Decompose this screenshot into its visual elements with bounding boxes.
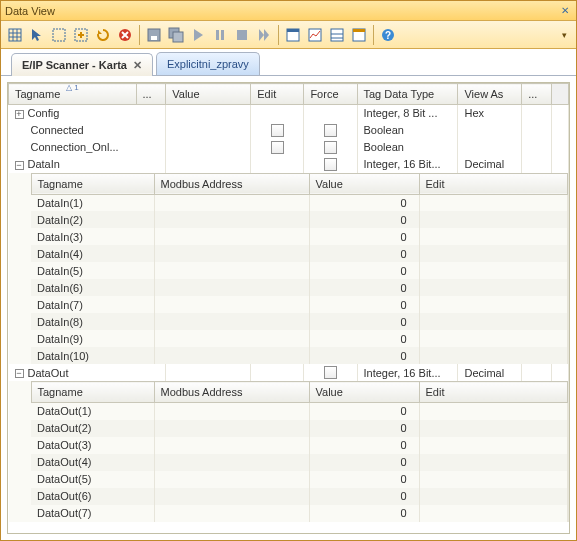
cell-tagname: DataOut(7)	[31, 505, 154, 522]
help-icon[interactable]: ?	[378, 25, 398, 45]
table-row[interactable]: DataIn(8)0	[31, 313, 568, 330]
cell-modbus	[154, 296, 309, 313]
table-row[interactable]: DataOut(5)0	[31, 471, 568, 488]
cell-tagname: DataOut(1)	[31, 403, 154, 420]
svg-rect-22	[353, 29, 365, 32]
subcol-edit[interactable]: Edit	[419, 382, 568, 403]
save-icon[interactable]	[144, 25, 164, 45]
cell-tagname: DataIn(10)	[31, 347, 154, 364]
expand-icon[interactable]: +	[15, 110, 24, 119]
svg-rect-12	[216, 30, 219, 40]
table-row[interactable]: DataIn(3)0	[31, 228, 568, 245]
subcol-tagname[interactable]: Tagname	[31, 382, 154, 403]
cell-tagname: DataIn	[28, 158, 60, 170]
cell-modbus	[154, 262, 309, 279]
subcol-edit[interactable]: Edit	[419, 173, 568, 194]
cell-edit	[419, 211, 568, 228]
cell-edit	[419, 330, 568, 347]
cell-tagname: DataIn(6)	[31, 279, 154, 296]
tab-label: Explicitni_zpravy	[167, 58, 249, 70]
table2-icon[interactable]	[327, 25, 347, 45]
pause-icon[interactable]	[210, 25, 230, 45]
table-row[interactable]: DataIn(9)0	[31, 330, 568, 347]
cell-tagname: DataIn(8)	[31, 313, 154, 330]
cell-value: 0	[309, 471, 419, 488]
subcol-value[interactable]: Value	[309, 173, 419, 194]
row-datain[interactable]: −DataIn Integer, 16 Bit... Decimal	[9, 156, 569, 173]
cell-tagname: DataOut(4)	[31, 454, 154, 471]
insert-icon[interactable]	[71, 25, 91, 45]
window-icon[interactable]	[349, 25, 369, 45]
col-viewas[interactable]: View As	[458, 84, 522, 105]
col-dots[interactable]: ...	[136, 84, 166, 105]
cell-tagname: DataIn(7)	[31, 296, 154, 313]
table-row[interactable]: DataOut(6)0	[31, 488, 568, 505]
table-row[interactable]: DataOut(4)0	[31, 454, 568, 471]
edit-checkbox[interactable]	[271, 124, 284, 137]
force-checkbox[interactable]	[324, 124, 337, 137]
cell-modbus	[154, 454, 309, 471]
collapse-icon[interactable]: −	[15, 369, 24, 378]
row-config[interactable]: +Config Integer, 8 Bit ... Hex	[9, 105, 569, 122]
grid-panel[interactable]: △ 1Tagname ... Value Edit Force Tag Data…	[7, 82, 570, 534]
table-row[interactable]: DataIn(10)0	[31, 347, 568, 364]
table-row[interactable]: DataIn(2)0	[31, 211, 568, 228]
row-connected[interactable]: Connected Boolean	[9, 122, 569, 139]
select-rect-icon[interactable]	[49, 25, 69, 45]
col-tagname[interactable]: △ 1Tagname	[9, 84, 137, 105]
col-edit[interactable]: Edit	[251, 84, 304, 105]
cell-tagname: DataOut(6)	[31, 488, 154, 505]
grid-icon[interactable]	[5, 25, 25, 45]
col-force[interactable]: Force	[304, 84, 357, 105]
subcol-value[interactable]: Value	[309, 382, 419, 403]
tab-close-icon[interactable]: ✕	[133, 59, 142, 72]
subcol-tagname[interactable]: Tagname	[31, 173, 154, 194]
cell-modbus	[154, 245, 309, 262]
cell-edit	[419, 296, 568, 313]
row-connection-onl[interactable]: Connection_Onl... Boolean	[9, 139, 569, 156]
cell-edit	[419, 262, 568, 279]
col-dots2[interactable]: ...	[522, 84, 552, 105]
cell-value: 0	[309, 279, 419, 296]
table-row[interactable]: DataIn(4)0	[31, 245, 568, 262]
subcol-modbus[interactable]: Modbus Address	[154, 382, 309, 403]
svg-rect-11	[173, 32, 183, 42]
col-datatype[interactable]: Tag Data Type	[357, 84, 458, 105]
cell-datatype: Boolean	[357, 122, 458, 139]
force-checkbox[interactable]	[324, 366, 337, 379]
tab-explicitni[interactable]: Explicitni_zpravy	[156, 52, 260, 75]
table-row[interactable]: DataOut(3)0	[31, 437, 568, 454]
skip-icon[interactable]	[254, 25, 274, 45]
table1-icon[interactable]	[283, 25, 303, 45]
tab-label: E/IP Scanner - Karta	[22, 59, 127, 71]
save-all-icon[interactable]	[166, 25, 186, 45]
subcol-modbus[interactable]: Modbus Address	[154, 173, 309, 194]
toolbar: ? ▾	[1, 21, 576, 49]
delete-icon[interactable]	[115, 25, 135, 45]
table-row[interactable]: DataOut(7)0	[31, 505, 568, 522]
record-icon[interactable]	[232, 25, 252, 45]
table-row[interactable]: DataIn(7)0	[31, 296, 568, 313]
table-row[interactable]: DataOut(2)0	[31, 420, 568, 437]
chart-icon[interactable]	[305, 25, 325, 45]
force-checkbox[interactable]	[324, 158, 337, 171]
toolbar-overflow-icon[interactable]: ▾	[562, 30, 572, 40]
row-dataout[interactable]: −DataOut Integer, 16 Bit... Decimal	[9, 364, 569, 381]
play-icon[interactable]	[188, 25, 208, 45]
close-icon[interactable]: ✕	[558, 4, 572, 18]
force-checkbox[interactable]	[324, 141, 337, 154]
table-row[interactable]: DataIn(1)0	[31, 194, 568, 211]
cell-modbus	[154, 279, 309, 296]
edit-checkbox[interactable]	[271, 141, 284, 154]
refresh-icon[interactable]	[93, 25, 113, 45]
cursor-icon[interactable]	[27, 25, 47, 45]
tab-eip-scanner[interactable]: E/IP Scanner - Karta ✕	[11, 53, 153, 76]
table-row[interactable]: DataIn(6)0	[31, 279, 568, 296]
table-row[interactable]: DataIn(5)0	[31, 262, 568, 279]
cell-value: 0	[309, 488, 419, 505]
table-row[interactable]: DataOut(1)0	[31, 403, 568, 420]
col-value[interactable]: Value	[166, 84, 251, 105]
cell-edit	[419, 228, 568, 245]
collapse-icon[interactable]: −	[15, 161, 24, 170]
content-area: △ 1Tagname ... Value Edit Force Tag Data…	[1, 76, 576, 540]
